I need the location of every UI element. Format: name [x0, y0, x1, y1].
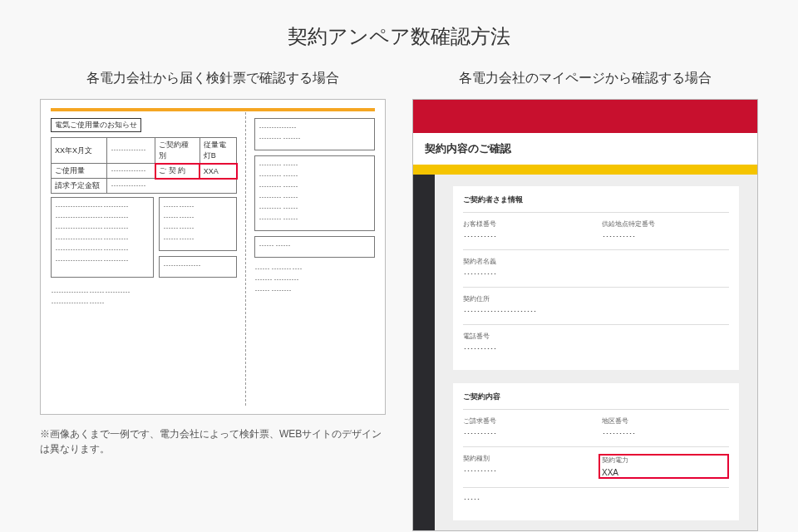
- mypage-mock: 契約内容のご確認 ご契約者さま情報 お客様番号 ･･････････ 供給地: [412, 99, 758, 531]
- placeholder-value: ･･････････: [463, 429, 590, 438]
- invoice-no-label: ご請求番号: [463, 416, 590, 426]
- stub-box: ･･･････････････ ･････････ ･･･････: [254, 118, 375, 150]
- contract-power-value: XXA: [602, 468, 726, 477]
- month-cell: XX年X月文: [52, 138, 107, 164]
- contract-type-value: 従量電灯B: [200, 138, 237, 164]
- meter-slip-example: 電気ご使用量のお知らせ XX年X月文 ･･････････････ ご契約種別 …: [40, 99, 386, 415]
- slip-main-area: 電気ご使用量のお知らせ XX年X月文 ･･････････････ ご契約種別 …: [51, 108, 237, 406]
- two-column-layout: 各電力会社から届く検針票で確認する場合 電気ご使用量のお知らせ XX年X月文 ･…: [0, 70, 798, 531]
- right-column: 各電力会社のマイページから確認する場合 契約内容のご確認 ご契約者さま情報 お客…: [412, 70, 758, 531]
- page-title: 契約アンペア数確認方法: [0, 0, 798, 70]
- placeholder-value: ･･････････: [463, 466, 587, 475]
- placeholder-value: ･･････････: [602, 232, 729, 241]
- slip-side-area: ･･･････････････ ･････････ ･･･････ ･･････…: [245, 108, 375, 406]
- contract-power-label: 契約電力: [602, 456, 726, 465]
- customer-no-label: お客様番号: [463, 219, 590, 229]
- contract-label-highlight: ご 契 約: [155, 164, 200, 179]
- mypage-page-title: 契約内容のご確認: [413, 133, 757, 165]
- placeholder-value: ･･････････: [602, 429, 729, 438]
- mypage-content: ご契約者さま情報 お客様番号 ･･････････ 供給地点特定番号 ･････…: [435, 175, 757, 530]
- section-title: ご契約内容: [463, 392, 729, 402]
- placeholder-value: ･････: [463, 495, 729, 504]
- left-heading: 各電力会社から届く検針票で確認する場合: [40, 70, 386, 87]
- phone-label: 電話番号: [463, 332, 729, 341]
- placeholder-value: ･･････････: [463, 269, 729, 278]
- address-label: 契約住所: [463, 294, 729, 303]
- slip-upper-table: XX年X月文 ･･････････････ ご契約種別 従量電灯B ご使用量 ･…: [51, 137, 237, 194]
- slip-title: 電気ご使用量のお知らせ: [51, 118, 141, 132]
- stub-box: ･･･････････････: [159, 256, 238, 278]
- contract-power-highlight: 契約電力 XXA: [598, 454, 729, 479]
- right-heading: 各電力会社のマイページから確認する場合: [412, 70, 758, 87]
- mypage-sidebar: [413, 175, 435, 530]
- contract-type-label: ご契約種別: [155, 138, 200, 164]
- left-column: 各電力会社から届く検針票で確認する場合 電気ご使用量のお知らせ XX年X月文 ･…: [40, 70, 386, 531]
- contract-details-panel: ご契約内容 ご請求番号 ･･････････ 地区番号 ･･････････: [453, 383, 739, 520]
- section-title: ご契約者さま情報: [463, 195, 729, 205]
- contract-value-highlight: XXA: [200, 164, 237, 179]
- stub-box: ･･････ ･･････: [254, 236, 375, 258]
- footnote: ※画像あくまで一例です、電力会社によって検針票、WEBサイトのデザインは異なりま…: [40, 426, 386, 456]
- usage-label: ご使用量: [52, 164, 107, 179]
- mypage-accent-bar: [413, 165, 757, 175]
- contractor-info-panel: ご契約者さま情報 お客様番号 ･･････････ 供給地点特定番号 ･････…: [453, 186, 739, 370]
- name-label: 契約者名義: [463, 257, 729, 266]
- placeholder-value: ･･････････････････････: [463, 307, 729, 316]
- stub-box: ･････････ ･･････ ･････････ ･･････ ･･････…: [254, 155, 375, 231]
- area-no-label: 地区番号: [602, 416, 729, 426]
- placeholder-value: ･･････････: [463, 232, 590, 241]
- stub-box: ･･････ ･･････ ･･････ ･･････ ･･････ ･････…: [159, 197, 238, 251]
- mypage-header-bar: [413, 100, 757, 133]
- contract-type-label: 契約種別: [463, 454, 587, 463]
- placeholder-value: ･･････････: [463, 344, 729, 353]
- stub-box: ･･･････････････････ ･･････････ ･････････…: [51, 197, 154, 278]
- bill-label: 請求予定金額: [52, 179, 107, 194]
- supply-point-label: 供給地点特定番号: [602, 219, 729, 229]
